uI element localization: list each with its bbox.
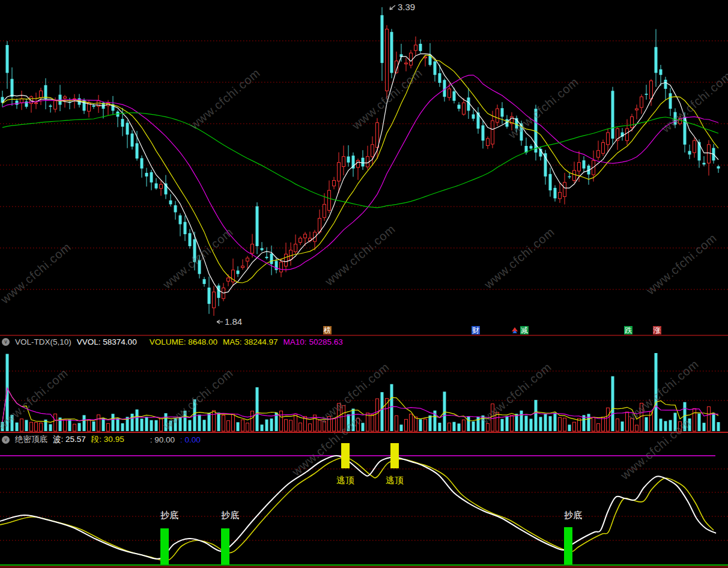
price-annotation: 1.84 bbox=[215, 316, 242, 327]
volume-bar bbox=[443, 391, 446, 431]
volume-bar bbox=[544, 414, 547, 431]
quick-button-4[interactable]: 涨 bbox=[653, 326, 661, 334]
volume-bar bbox=[93, 421, 96, 431]
volume-bar bbox=[35, 423, 38, 431]
candle-body bbox=[141, 158, 144, 168]
ma10-line bbox=[2, 55, 718, 283]
volume-bar bbox=[198, 415, 201, 431]
volume-value: VOLUME: 8648.00 bbox=[150, 337, 217, 346]
volume-bar bbox=[669, 420, 672, 431]
volume-bar bbox=[592, 417, 595, 431]
quick-button-2[interactable]: 减 bbox=[520, 326, 529, 334]
candle-body bbox=[49, 106, 52, 107]
candle-body bbox=[458, 104, 461, 109]
candle-body bbox=[285, 254, 288, 266]
candle-body bbox=[631, 116, 634, 127]
volume-bar bbox=[525, 415, 528, 431]
candle-body bbox=[376, 122, 379, 147]
candle-body bbox=[448, 89, 451, 97]
volume-bar bbox=[203, 420, 206, 431]
candle-body bbox=[357, 160, 360, 168]
volume-bar bbox=[285, 420, 288, 431]
volume-bar bbox=[323, 421, 326, 431]
sell-signal-bar[interactable] bbox=[341, 443, 350, 468]
collapse-volume-icon[interactable]: ∨ bbox=[2, 338, 10, 346]
candle-body bbox=[410, 53, 413, 65]
candle-body bbox=[160, 184, 163, 189]
ma5-line bbox=[2, 54, 718, 294]
volume-bar bbox=[73, 424, 76, 431]
candle-body bbox=[655, 47, 658, 73]
collapse-indicator-icon[interactable]: ∨ bbox=[2, 436, 10, 444]
candle-body bbox=[35, 103, 38, 104]
volume-bar bbox=[453, 422, 456, 431]
candle-body bbox=[635, 109, 639, 110]
candle-body bbox=[169, 201, 172, 205]
volume-bar bbox=[270, 418, 273, 431]
candle-body bbox=[698, 142, 701, 161]
volume-bar bbox=[49, 424, 52, 431]
sell-signal-bar[interactable] bbox=[390, 443, 399, 468]
quick-button-0[interactable]: 榜 bbox=[323, 326, 332, 334]
candle-body bbox=[193, 239, 196, 262]
candle-body bbox=[573, 171, 576, 181]
buy-signal-bar[interactable] bbox=[160, 528, 169, 564]
chart-canvas[interactable] bbox=[0, 0, 728, 568]
candle-body bbox=[44, 85, 47, 99]
candle-body bbox=[54, 101, 57, 109]
volume-bar bbox=[342, 406, 345, 431]
volume-bar bbox=[6, 354, 9, 431]
bottom-indicator-header: ∨ 绝密顶底 波: 25.57 段: 30.95 : 90.00 : 0.00 bbox=[2, 434, 201, 445]
candle-body bbox=[290, 250, 293, 260]
volume-bar bbox=[299, 423, 302, 431]
candle-body bbox=[342, 157, 345, 167]
volume-bar bbox=[635, 425, 639, 431]
volume-bar bbox=[213, 411, 216, 431]
volume-bar bbox=[362, 423, 365, 431]
volume-bar bbox=[155, 420, 158, 431]
volume-bar bbox=[208, 413, 211, 431]
volume-bar bbox=[607, 408, 610, 431]
volume-indicator-name[interactable]: VOL-TDX(5,10) bbox=[15, 337, 71, 346]
volume-bar bbox=[549, 416, 552, 431]
volume-bar bbox=[616, 419, 619, 431]
bottom-indicator-name[interactable]: 绝密顶底 bbox=[15, 434, 47, 445]
annotation-value: 3.39 bbox=[398, 2, 415, 12]
volume-bar bbox=[174, 418, 177, 431]
buy-signal-bar[interactable] bbox=[221, 528, 229, 564]
volume-bar bbox=[679, 421, 682, 431]
blue-triangle-icon bbox=[512, 330, 517, 333]
candle-body bbox=[660, 69, 663, 74]
volume-bar bbox=[265, 420, 268, 431]
candle-body bbox=[674, 112, 677, 125]
candle-body bbox=[549, 174, 552, 190]
candle-body bbox=[482, 125, 485, 140]
volume-bar bbox=[136, 409, 139, 431]
volume-bar bbox=[246, 423, 249, 431]
candle-body bbox=[472, 114, 475, 118]
candle-body bbox=[611, 91, 614, 139]
volume-bar bbox=[309, 424, 312, 431]
candle-body bbox=[559, 192, 562, 198]
candle-body bbox=[40, 91, 43, 97]
candle-body bbox=[347, 157, 350, 163]
sell-signal-label: 逃顶 bbox=[386, 475, 404, 486]
volume-bar bbox=[102, 418, 105, 431]
signal-triangle-icon[interactable] bbox=[511, 327, 518, 334]
candle-body bbox=[145, 173, 148, 177]
buy-signal-bar[interactable] bbox=[564, 527, 572, 564]
candle-body bbox=[246, 258, 249, 261]
indicator-yellow-line bbox=[0, 458, 714, 561]
volume-bar bbox=[112, 414, 115, 431]
candle-body bbox=[563, 183, 566, 197]
zero-value: : 0.00 bbox=[180, 435, 201, 444]
candle-body bbox=[121, 119, 124, 127]
candle-body bbox=[607, 133, 610, 145]
quick-button-3[interactable]: 跌 bbox=[624, 326, 632, 334]
quick-button-1[interactable]: 财 bbox=[472, 326, 480, 334]
volume-bar bbox=[30, 422, 33, 431]
volume-bar bbox=[400, 424, 403, 431]
vol-ma5-line bbox=[2, 388, 718, 422]
volume-bar bbox=[703, 423, 706, 431]
volume-bar bbox=[25, 420, 28, 431]
